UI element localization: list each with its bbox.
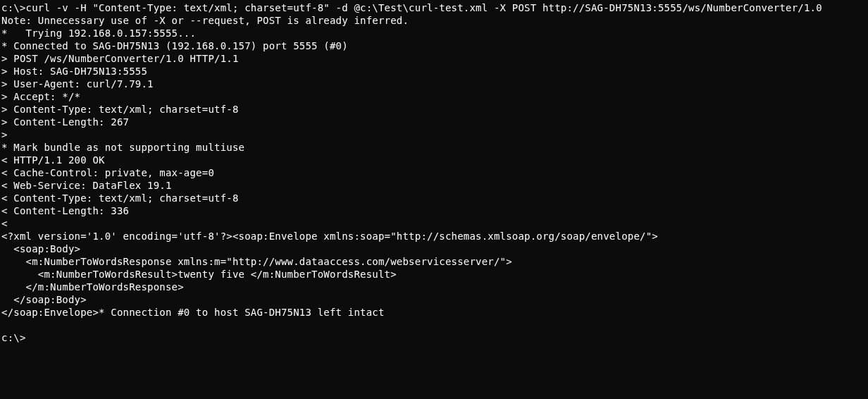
terminal-line: > Host: SAG-DH75N13:5555 [1, 66, 147, 77]
terminal-line: < Content-Length: 336 [1, 205, 129, 216]
terminal-line: < Web-Service: DataFlex 19.1 [1, 180, 172, 191]
terminal-prompt: c:\> [1, 332, 26, 343]
terminal-line: <?xml version='1.0' encoding='utf-8'?><s… [1, 231, 658, 242]
terminal-line: > [1, 129, 8, 140]
terminal-line: <m:NumberToWordsResponse xmlns:m="http:/… [1, 256, 512, 267]
terminal-line: > User-Agent: curl/7.79.1 [1, 78, 154, 90]
terminal-line: > POST /ws/NumberConverter/1.0 HTTP/1.1 [1, 53, 239, 64]
terminal-line: </m:NumberToWordsResponse> [1, 281, 184, 293]
terminal-line: * Connected to SAG-DH75N13 (192.168.0.15… [1, 40, 348, 51]
terminal-line: Note: Unnecessary use of -X or --request… [1, 15, 409, 26]
terminal-line: c:\>curl -v -H "Content-Type: text/xml; … [1, 2, 822, 13]
terminal-line: < [1, 218, 8, 229]
terminal-line: > Content-Type: text/xml; charset=utf-8 [1, 104, 239, 115]
terminal-line: * Mark bundle as not supporting multiuse [1, 142, 244, 153]
terminal-line: > Accept: */* [1, 91, 80, 102]
terminal-line: < Cache-Control: private, max-age=0 [1, 167, 214, 178]
terminal-line: </soap:Envelope>* Connection #0 to host … [1, 307, 385, 318]
terminal-line: * Trying 192.168.0.157:5555... [1, 27, 196, 39]
terminal-line: > Content-Length: 267 [1, 116, 129, 128]
terminal-line: <soap:Body> [1, 243, 80, 254]
terminal-line: </soap:Body> [1, 294, 87, 305]
terminal-line: <m:NumberToWordsResult>twenty five </m:N… [1, 269, 397, 280]
terminal-output[interactable]: c:\>curl -v -H "Content-Type: text/xml; … [0, 0, 868, 344]
terminal-line: < Content-Type: text/xml; charset=utf-8 [1, 192, 239, 204]
terminal-line: < HTTP/1.1 200 OK [1, 154, 105, 166]
